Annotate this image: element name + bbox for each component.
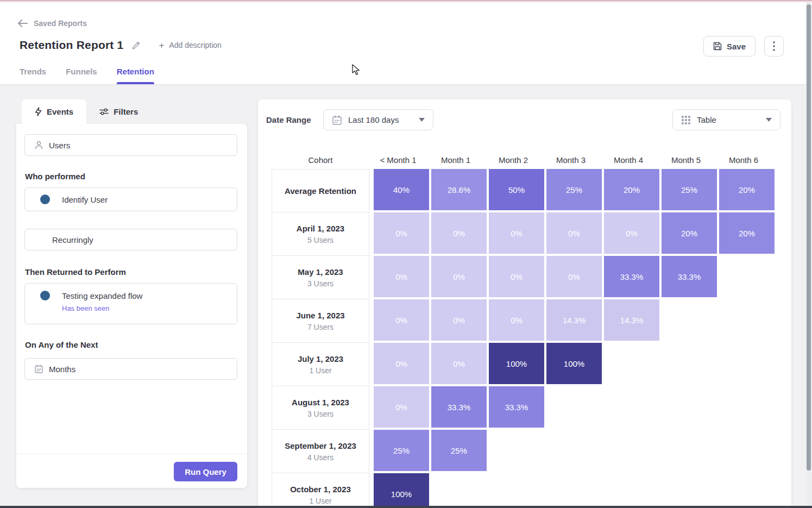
report-header: Saved Reports Retention Report 1 + Add d… [0, 2, 812, 84]
value-cells: 0%0%100%100% [374, 343, 604, 386]
retention-table: Cohort< Month 1Month 1Month 2Month 3Mont… [272, 151, 777, 508]
tab-retention[interactable]: Retention [117, 67, 154, 84]
retention-cell[interactable]: 20% [719, 212, 775, 254]
sliders-icon [99, 108, 109, 116]
retention-cell[interactable]: 20% [719, 169, 775, 210]
cohort-label: Average Retention [285, 186, 356, 196]
retention-cell[interactable]: 0% [374, 299, 429, 341]
retention-cell[interactable]: 0% [431, 256, 487, 297]
back-arrow-icon [18, 20, 28, 27]
then-returned-label: Then Returned to Perform [25, 267, 126, 277]
value-cells: 100% [374, 473, 431, 508]
retention-cell[interactable]: 0% [489, 212, 544, 254]
column-header-month: Month 4 [600, 155, 657, 165]
grid-icon [682, 116, 690, 124]
retention-cell[interactable]: 33.3% [662, 256, 717, 297]
active-tab-underline [117, 82, 154, 84]
cohort-cell: Average Retention [272, 169, 369, 212]
cohort-label: July 1, 2023 [298, 354, 343, 363]
tab-events[interactable]: Events [22, 99, 86, 124]
view-selector-dropdown[interactable]: Table [672, 109, 780, 130]
retention-cell[interactable]: 100% [546, 343, 602, 384]
value-cells: 25%25% [374, 430, 489, 473]
cohort-user-count: 7 Users [307, 323, 333, 331]
retention-cell[interactable]: 0% [546, 212, 602, 254]
retention-cell[interactable]: 33.3% [604, 256, 659, 297]
retention-cell[interactable]: 14.3% [604, 299, 659, 341]
retention-cell[interactable]: 0% [374, 212, 429, 254]
retention-cell[interactable]: 0% [489, 299, 544, 341]
cohort-cell: September 1, 20234 Users [272, 430, 369, 473]
retention-grid-rows: Average Retention40%28.6%50%25%20%25%20%… [272, 169, 777, 508]
tab-filters-label: Filters [114, 107, 138, 116]
calendar-icon [35, 365, 43, 373]
recurringly-selector[interactable]: Recurringly [24, 229, 237, 250]
save-label: Save [727, 42, 746, 51]
return-event[interactable]: Testing expanded flow Has been seen [24, 283, 237, 324]
cohort-cell: May 1, 20233 Users [272, 256, 369, 299]
retention-cell[interactable]: 28.6% [431, 169, 487, 210]
run-query-button[interactable]: Run Query [174, 462, 237, 481]
retention-cell[interactable]: 40% [374, 169, 429, 210]
retention-cell[interactable]: 0% [374, 386, 429, 428]
months-selector[interactable]: Months [24, 358, 237, 380]
retention-cell[interactable]: 14.3% [546, 299, 602, 341]
cohort-user-count: 3 Users [307, 279, 333, 288]
retention-cell[interactable]: 50% [489, 169, 544, 210]
title-row: Retention Report 1 + Add description [20, 39, 222, 52]
column-header-cohort: Cohort [272, 155, 369, 165]
table-row: June 1, 20237 Users0%0%0%14.3%14.3% [272, 299, 777, 343]
cohort-label: August 1, 2023 [292, 398, 349, 407]
page-scrollbar[interactable] [806, 2, 812, 506]
view-selector-value: Table [697, 115, 716, 124]
retention-cell[interactable]: 0% [431, 343, 487, 384]
cohort-user-count: 3 Users [307, 410, 333, 418]
tab-filters[interactable]: Filters [86, 99, 151, 124]
add-description-button[interactable]: + Add description [159, 41, 221, 50]
retention-cell[interactable]: 20% [662, 212, 717, 254]
edit-title-icon[interactable] [131, 41, 141, 50]
tab-funnels[interactable]: Funnels [66, 67, 97, 84]
more-options-button[interactable] [764, 36, 784, 57]
scrollbar-thumb[interactable] [807, 4, 811, 471]
retention-cell[interactable]: 25% [546, 169, 602, 210]
tab-trends-label: Trends [20, 67, 46, 76]
retention-cell[interactable]: 100% [374, 473, 429, 508]
cohort-cell: October 1, 20231 User [272, 473, 369, 508]
value-cells: 0%0%0%0%33.3%33.3% [374, 256, 719, 299]
query-builder-panel: Users Who performed Identify User Recurr… [16, 124, 247, 488]
value-cells: 40%28.6%50%25%20%25%20% [374, 169, 777, 212]
has-been-seen-link[interactable]: Has been seen [62, 304, 237, 312]
back-to-saved-reports[interactable]: Saved Reports [18, 19, 87, 28]
date-range-dropdown[interactable]: Last 180 days [323, 109, 433, 130]
who-performed-label: Who performed [25, 172, 85, 181]
tab-funnels-label: Funnels [66, 67, 97, 76]
tab-trends[interactable]: Trends [20, 67, 46, 84]
recurringly-label: Recurringly [52, 235, 93, 244]
retention-cell[interactable]: 20% [604, 169, 659, 210]
save-button[interactable]: Save [703, 36, 756, 57]
add-description-label: Add description [169, 41, 222, 49]
cohort-cell: August 1, 20233 Users [272, 386, 369, 430]
table-row: October 1, 20231 User100% [272, 473, 777, 508]
identify-user-event[interactable]: Identify User [24, 187, 237, 211]
panel-divider [16, 454, 247, 454]
retention-cell[interactable]: 0% [604, 212, 659, 254]
retention-cell[interactable]: 33.3% [489, 386, 544, 428]
retention-cell[interactable]: 0% [489, 256, 544, 297]
retention-cell[interactable]: 0% [431, 212, 487, 254]
retention-cell[interactable]: 0% [374, 256, 429, 297]
retention-cell[interactable]: 33.3% [431, 386, 487, 428]
users-selector[interactable]: Users [24, 134, 237, 156]
retention-cell[interactable]: 0% [546, 256, 602, 297]
retention-cell[interactable]: 25% [662, 169, 717, 210]
retention-cell[interactable]: 25% [431, 430, 487, 471]
cohort-label: May 1, 2023 [298, 267, 343, 277]
retention-cell[interactable]: 25% [374, 430, 429, 471]
retention-cell[interactable]: 0% [374, 343, 429, 384]
column-header-month: Month 5 [657, 155, 715, 165]
column-header-month: Month 6 [715, 155, 772, 165]
retention-cell[interactable]: 0% [431, 299, 487, 341]
retention-cell[interactable]: 100% [489, 343, 544, 384]
table-row: Average Retention40%28.6%50%25%20%25%20% [272, 169, 777, 212]
